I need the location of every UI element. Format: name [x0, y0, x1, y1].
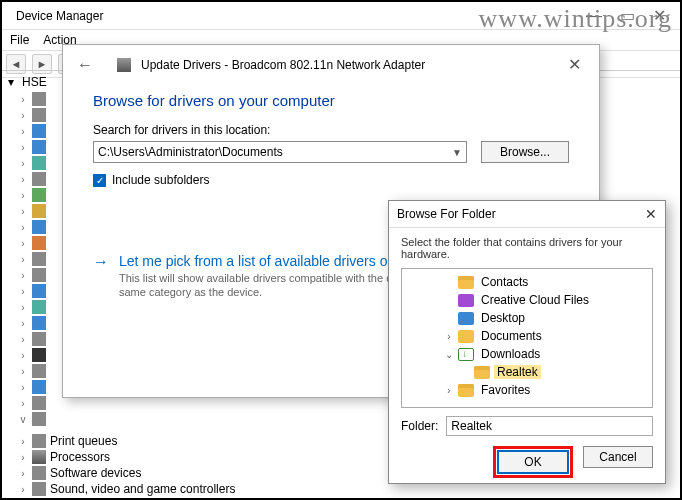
device-category-icon [32, 396, 46, 410]
folder-input[interactable] [446, 416, 653, 436]
device-category-icon [32, 204, 46, 218]
print-queues-icon [32, 434, 46, 448]
device-category-icon [32, 284, 46, 298]
cancel-button[interactable]: Cancel [583, 446, 653, 468]
device-category-icon [32, 316, 46, 330]
device-category-icon [32, 108, 46, 122]
maximize-icon[interactable]: ▭ [614, 6, 641, 25]
folder-label: Realtek [494, 365, 541, 379]
device-category-icon [32, 124, 46, 138]
folder-icon [458, 384, 474, 397]
tree-label: Software devices [50, 466, 141, 480]
device-category-icon [32, 92, 46, 106]
folder-label: Creative Cloud Files [478, 293, 592, 307]
minimize-icon[interactable]: — [580, 7, 608, 25]
close-icon[interactable]: ✕ [645, 206, 657, 222]
arrow-right-icon: → [93, 253, 109, 300]
dialog-heading: Browse for drivers on your computer [63, 80, 599, 123]
folder-tree-item[interactable]: › Favorites [402, 381, 652, 399]
search-label: Search for drivers in this location: [93, 123, 569, 137]
device-category-icon [32, 268, 46, 282]
folder-tree-item[interactable]: Realtek [402, 363, 652, 381]
close-icon[interactable]: ✕ [647, 6, 672, 25]
processors-icon [32, 450, 46, 464]
folder-label: Downloads [478, 347, 543, 361]
folder-label: Favorites [478, 383, 533, 397]
window-title: Device Manager [16, 9, 103, 23]
device-category-icon [32, 220, 46, 234]
device-category-icon [32, 348, 46, 362]
folder-tree-item[interactable]: Creative Cloud Files [402, 291, 652, 309]
folder-tree-item[interactable]: Contacts [402, 273, 652, 291]
folder-icon [458, 276, 474, 289]
sound-controllers-icon [32, 482, 46, 496]
folder-label: Folder: [401, 419, 438, 433]
tree-label: Print queues [50, 434, 117, 448]
chevron-down-icon: ▼ [452, 147, 462, 158]
folder-label: Desktop [478, 311, 528, 325]
menu-file[interactable]: File [10, 33, 29, 47]
expand-icon[interactable]: › [444, 385, 454, 396]
cloud-icon [458, 294, 474, 307]
expand-icon[interactable]: › [444, 331, 454, 342]
device-category-icon [32, 380, 46, 394]
driver-path-combo[interactable]: C:\Users\Administrator\Documents ▼ [93, 141, 467, 163]
tree-root-label[interactable]: HSE [22, 75, 47, 89]
checkmark-icon: ✓ [93, 174, 106, 187]
device-category-icon [32, 172, 46, 186]
expand-icon[interactable]: ⌄ [444, 349, 454, 360]
expand-icon[interactable]: ▾ [8, 75, 14, 89]
ok-button[interactable]: OK [498, 451, 568, 473]
include-subfolders-checkbox[interactable]: ✓ Include subfolders [93, 173, 569, 187]
device-category-icon [32, 412, 46, 426]
device-category-icon [32, 364, 46, 378]
browse-for-folder-dialog: Browse For Folder ✕ Select the folder th… [388, 200, 666, 484]
folder-tree-item[interactable]: Desktop [402, 309, 652, 327]
pick-link-subtext: This list will show available drivers co… [119, 271, 398, 300]
device-category-icon [32, 188, 46, 202]
browse-button[interactable]: Browse... [481, 141, 569, 163]
pick-link-text: Let me pick from a list of available dri… [119, 253, 387, 269]
folder-tree-item[interactable]: ⌄ Downloads [402, 345, 652, 363]
folder-label: Contacts [478, 275, 531, 289]
tree-label: Sound, video and game controllers [50, 482, 235, 496]
desk-icon [458, 312, 474, 325]
driver-icon [117, 58, 131, 72]
bff-message: Select the folder that contains drivers … [389, 228, 665, 262]
tree-label: Processors [50, 450, 110, 464]
down-icon [458, 348, 474, 361]
device-category-icon [32, 156, 46, 170]
bff-title: Browse For Folder [397, 207, 496, 221]
folder-icon [474, 366, 490, 379]
device-category-icon [32, 300, 46, 314]
folder-tree-item[interactable]: › Documents [402, 327, 652, 345]
include-subfolders-label: Include subfolders [112, 173, 209, 187]
device-category-icon [32, 236, 46, 250]
close-icon[interactable]: ✕ [564, 55, 585, 74]
folder-label: Documents [478, 329, 545, 343]
dialog-header: Update Drivers - Broadcom 802.11n Networ… [141, 58, 425, 72]
ok-button-highlight: OK [493, 446, 573, 478]
device-category-icon [32, 332, 46, 346]
folder-tree[interactable]: Contacts Creative Cloud Files Desktop› D… [401, 268, 653, 408]
device-category-icon [32, 252, 46, 266]
driver-path-value: C:\Users\Administrator\Documents [98, 145, 283, 159]
back-icon[interactable]: ← [77, 56, 93, 74]
docs-icon [458, 330, 474, 343]
device-category-icon [32, 140, 46, 154]
software-devices-icon [32, 466, 46, 480]
